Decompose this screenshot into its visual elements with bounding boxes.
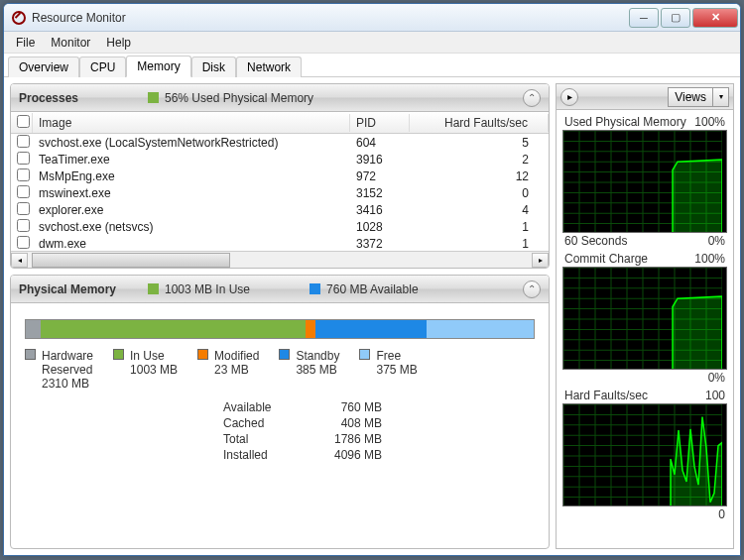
row-checkbox[interactable] — [17, 236, 30, 249]
physical-inuse-sub: 1003 MB In Use — [165, 282, 250, 296]
physical-memory-panel: Physical Memory 1003 MB In Use 760 MB Av… — [10, 275, 550, 549]
legend-item: HardwareReserved2310 MB — [25, 349, 93, 391]
graph-bottom-right: 0% — [708, 234, 725, 248]
tab-cpu[interactable]: CPU — [79, 56, 126, 77]
table-row[interactable]: dwm.exe 3372 1 — [11, 235, 549, 251]
cell-pid: 604 — [350, 136, 410, 150]
titlebar[interactable]: Resource Monitor ─ ▢ ✕ — [4, 4, 740, 32]
row-checkbox[interactable] — [17, 202, 30, 215]
table-row[interactable]: explorer.exe 3416 4 — [11, 201, 549, 218]
views-button[interactable]: Views — [668, 87, 713, 107]
tab-memory[interactable]: Memory — [126, 56, 190, 77]
physical-header[interactable]: Physical Memory 1003 MB In Use 760 MB Av… — [11, 276, 549, 303]
cell-pid: 3372 — [350, 237, 410, 251]
cell-pid: 3416 — [350, 203, 410, 217]
cell-pid: 3152 — [350, 186, 410, 200]
scroll-left-icon[interactable]: ◂ — [11, 253, 28, 268]
horizontal-scrollbar[interactable]: ◂ ▸ — [11, 251, 549, 268]
cell-image: MsMpEng.exe — [33, 169, 350, 183]
memory-segment — [26, 320, 41, 338]
col-pid[interactable]: PID — [350, 114, 410, 132]
menu-help[interactable]: Help — [98, 34, 139, 52]
cell-image: svchost.exe (LocalSystemNetworkRestricte… — [33, 136, 350, 150]
collapse-processes-icon[interactable]: ⌃ — [523, 89, 541, 107]
cell-image: svchost.exe (netsvcs) — [33, 220, 350, 234]
graphs-panel: ▸ Views ▾ Used Physical Memory100% 60 Se… — [556, 83, 734, 549]
close-button[interactable]: ✕ — [692, 8, 738, 28]
processes-table: Image PID Hard Faults/sec svchost.exe (L… — [11, 112, 549, 251]
stat-value: 408 MB — [308, 416, 382, 430]
table-row[interactable]: MsMpEng.exe 972 12 — [11, 168, 549, 184]
graph-bottom-right: 0 — [718, 507, 725, 521]
cell-pid: 1028 — [350, 220, 410, 234]
memory-legend: HardwareReserved2310 MB In Use1003 MB Mo… — [25, 349, 535, 391]
table-row[interactable]: svchost.exe (LocalSystemNetworkRestricte… — [11, 134, 549, 151]
menu-file[interactable]: File — [8, 34, 43, 52]
col-hardfaults[interactable]: Hard Faults/sec — [410, 114, 549, 132]
menubar: File Monitor Help — [4, 32, 740, 54]
stat-label: Available — [223, 400, 298, 414]
tab-strip: Overview CPU Memory Disk Network — [4, 54, 740, 77]
memory-segment — [306, 320, 315, 338]
row-checkbox[interactable] — [17, 185, 30, 198]
row-checkbox[interactable] — [17, 168, 30, 181]
scroll-thumb[interactable] — [32, 253, 230, 268]
stat-label: Installed — [223, 448, 298, 462]
graphs-header: ▸ Views ▾ — [557, 84, 733, 110]
table-row[interactable]: TeaTimer.exe 3916 2 — [11, 151, 549, 168]
physical-avail-sub: 760 MB Available — [326, 282, 419, 296]
processes-header[interactable]: Processes 56% Used Physical Memory ⌃ — [11, 84, 549, 112]
graph-block: Used Physical Memory100% 60 Seconds0% — [562, 114, 727, 249]
stat-value: 760 MB — [308, 400, 382, 414]
tab-network[interactable]: Network — [236, 56, 302, 77]
cell-hardfaults: 2 — [410, 153, 549, 167]
used-memory-swatch — [148, 92, 159, 103]
graph-block: Hard Faults/sec100 0 — [562, 388, 727, 522]
table-row[interactable]: svchost.exe (netsvcs) 1028 1 — [11, 218, 549, 235]
cell-image: explorer.exe — [33, 203, 350, 217]
tab-overview[interactable]: Overview — [8, 56, 79, 77]
views-dropdown-icon[interactable]: ▾ — [713, 87, 729, 107]
legend-swatch — [25, 349, 36, 360]
table-row[interactable]: mswinext.exe 3152 0 — [11, 184, 549, 201]
memory-bar — [25, 319, 535, 339]
graph-max: 100% — [694, 115, 725, 129]
row-checkbox[interactable] — [17, 219, 30, 232]
cell-pid: 3916 — [350, 153, 410, 167]
cell-hardfaults: 4 — [410, 203, 549, 217]
menu-monitor[interactable]: Monitor — [43, 34, 98, 52]
expand-graphs-icon[interactable]: ▸ — [560, 88, 578, 106]
stat-label: Total — [223, 432, 298, 446]
scroll-right-icon[interactable]: ▸ — [532, 253, 549, 268]
graph-bottom-left: 60 Seconds — [564, 234, 627, 248]
inuse-swatch — [148, 283, 159, 294]
stat-value: 1786 MB — [308, 432, 382, 446]
content-area: Processes 56% Used Physical Memory ⌃ Ima… — [4, 77, 740, 555]
cell-hardfaults: 0 — [410, 186, 549, 200]
tab-disk[interactable]: Disk — [191, 56, 236, 77]
select-all-checkbox[interactable] — [17, 115, 30, 128]
row-checkbox[interactable] — [17, 152, 30, 165]
cell-image: mswinext.exe — [33, 186, 350, 200]
graph-bottom-right: 0% — [708, 371, 725, 385]
stat-label: Cached — [223, 416, 298, 430]
legend-item: In Use1003 MB — [113, 349, 178, 391]
processes-title: Processes — [19, 91, 148, 105]
minimize-button[interactable]: ─ — [629, 8, 659, 28]
cell-hardfaults: 12 — [410, 169, 549, 183]
graph-title: Used Physical Memory — [564, 115, 686, 129]
legend-item: Modified23 MB — [197, 349, 259, 391]
graph-canvas — [562, 403, 727, 506]
processes-panel: Processes 56% Used Physical Memory ⌃ Ima… — [10, 83, 550, 269]
legend-swatch — [197, 349, 208, 360]
cell-pid: 972 — [350, 169, 410, 183]
cell-hardfaults: 1 — [410, 237, 549, 251]
legend-swatch — [113, 349, 124, 360]
col-image[interactable]: Image — [33, 114, 350, 132]
processes-subtitle: 56% Used Physical Memory — [165, 91, 313, 105]
legend-swatch — [359, 349, 370, 360]
row-checkbox[interactable] — [17, 135, 30, 148]
maximize-button[interactable]: ▢ — [661, 8, 690, 28]
collapse-physical-icon[interactable]: ⌃ — [523, 280, 541, 298]
memory-stats: Available760 MBCached408 MBTotal1786 MBI… — [223, 400, 382, 462]
